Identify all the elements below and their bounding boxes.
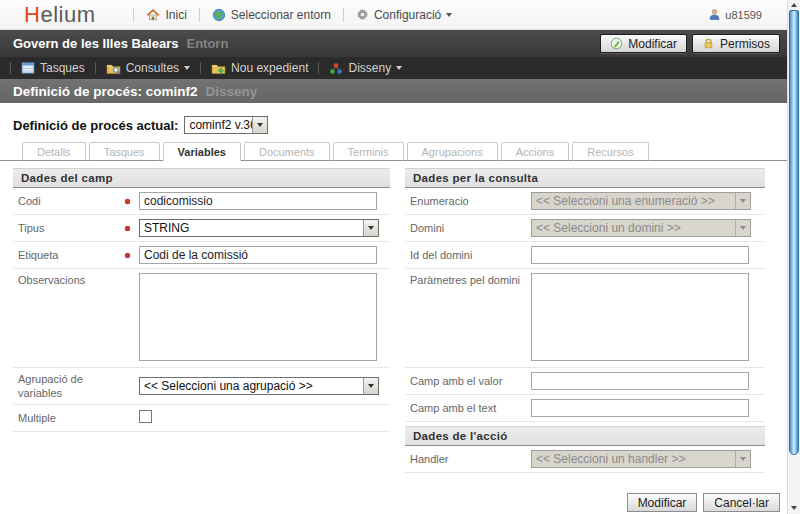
required-marker [125,199,139,204]
entity-bar: Govern de les Illes Balears Entorn Modif… [0,30,800,57]
chevron-down-icon [396,66,402,70]
codi-label: Codi [13,194,125,208]
required-marker [125,253,139,258]
chevron-down-icon [363,378,378,394]
folder-search-icon [106,62,121,75]
user-menu[interactable]: u81599 [708,8,762,21]
required-marker [125,226,139,231]
form-row-handler: Handler << Seleccioni un handler >> [405,446,765,473]
tab-accions[interactable]: Accions [501,142,570,161]
id-domini-input[interactable] [531,246,749,264]
scroll-down-icon[interactable] [788,503,800,513]
top-nav: Inici Seleccionar entorn Configuració [133,5,456,25]
scroll-up-icon[interactable] [788,0,800,10]
chevron-down-icon [735,451,750,467]
form-row-observacions: Observacions [13,269,390,368]
form-row-tipus: Tipus STRING [13,215,390,242]
chevron-down-icon [735,193,750,209]
nav-seleccionar-entorn-label: Seleccionar entorn [231,8,331,22]
modificar-submit-button[interactable]: Modificar [627,493,698,512]
process-selector-label: Definició de procés actual: [13,118,178,133]
tab-documents[interactable]: Documents [244,142,330,161]
nav-seleccionar-entorn[interactable]: Seleccionar entorn [208,5,335,25]
section-header-camp: Dades del camp [13,168,390,188]
gear-icon [356,8,369,21]
tipus-label: Tipus [13,221,125,235]
domini-label: Domini [405,221,531,235]
agrupacio-value: << Seleccioni una agrupació >> [140,378,363,394]
divider [10,62,11,74]
menu-tasques[interactable]: Tasques [18,61,88,75]
tab-agrupacions[interactable]: Agrupacions [407,142,498,161]
tab-tasques[interactable]: Tasques [89,142,160,161]
etiqueta-label: Etiqueta [13,248,125,262]
form-row-parametres: Paràmetres pel domini [405,269,765,368]
menu-nou-expedient[interactable]: Nou expedient [208,61,311,75]
agrupacio-select[interactable]: << Seleccioni una agrupació >> [139,377,379,395]
chevron-down-icon [363,220,378,236]
cancellar-button[interactable]: Cancel·lar [703,493,780,512]
tab-variables[interactable]: Variables [163,142,241,161]
section-dades-del-camp: Dades del camp Codi Tipus STRING Etiquet… [13,168,390,432]
menu-nou-expedient-label: Nou expedient [231,61,308,75]
parametres-textarea[interactable] [531,273,749,361]
camp-text-input[interactable] [531,399,749,417]
page-header: Definició de procés: cominf2 Disseny [0,79,800,103]
domini-select: << Seleccioni un domini >> [531,219,751,237]
process-version-value: cominf2 v.36 [185,117,252,133]
entity-subtitle: Entorn [186,36,228,51]
page-subtitle: Disseny [206,84,258,99]
parametres-label: Paràmetres pel domini [405,273,531,287]
divider [318,62,319,74]
chevron-down-icon [252,117,267,133]
observacions-textarea[interactable] [139,273,377,361]
camp-valor-input[interactable] [531,372,749,390]
menu-tasques-label: Tasques [40,61,85,75]
tasks-icon [21,62,35,74]
handler-label: Handler [405,452,531,466]
username: u81599 [725,9,762,21]
chevron-down-icon [184,66,190,70]
entity-title: Govern de les Illes Balears [13,36,178,51]
handler-value: << Seleccioni un handler >> [532,451,735,467]
observacions-label: Observacions [13,273,125,287]
tab-recursos[interactable]: Recursos [572,142,648,161]
form-row-agrupacio: Agrupació de variables << Seleccioni una… [13,368,390,405]
codi-input[interactable] [139,192,377,210]
camp-text-label: Camp amb el text [405,401,531,415]
permisos-button[interactable]: Permisos [692,34,780,53]
handler-select: << Seleccioni un handler >> [531,450,751,468]
form-row-etiqueta: Etiqueta [13,242,390,269]
divider [95,62,96,74]
user-icon [708,8,721,21]
process-version-select[interactable]: cominf2 v.36 [184,116,268,134]
vertical-scrollbar[interactable] [787,0,800,514]
divider [343,8,344,22]
section-header-consulta: Dades per la consulta [405,168,765,188]
divider [200,62,201,74]
domini-value: << Seleccioni un domini >> [532,220,735,236]
multiple-checkbox[interactable] [139,410,152,423]
menu-consultes-label: Consultes [126,61,179,75]
tab-terminis[interactable]: Terminis [333,142,404,161]
section-dades-consulta: Dades per la consulta Enumeracio << Sele… [405,168,765,473]
tipus-select[interactable]: STRING [139,219,379,237]
form-row-camp-text: Camp amb el text [405,395,765,422]
app-logo[interactable]: Helium [24,2,95,28]
menu-consultes[interactable]: Consultes [103,61,193,75]
form-row-multiple: Multiple [13,405,390,432]
nav-inici-label: Inici [165,8,186,22]
tab-detalls[interactable]: Detalls [22,142,86,161]
edit-icon [610,37,623,50]
menu-disseny[interactable]: Disseny [326,61,405,75]
modificar-entity-button[interactable]: Modificar [600,34,687,53]
etiqueta-input[interactable] [139,246,377,264]
form-row-enumeracio: Enumeracio << Seleccioni una enumeració … [405,188,765,215]
lock-icon [702,37,715,50]
form-row-domini: Domini << Seleccioni un domini >> [405,215,765,242]
scrollbar-thumb[interactable] [789,10,799,455]
permisos-label: Permisos [720,37,770,51]
nav-configuracio[interactable]: Configuració [352,5,456,25]
agrupacio-label: Agrupació de variables [13,372,125,400]
nav-inici[interactable]: Inici [142,5,190,25]
